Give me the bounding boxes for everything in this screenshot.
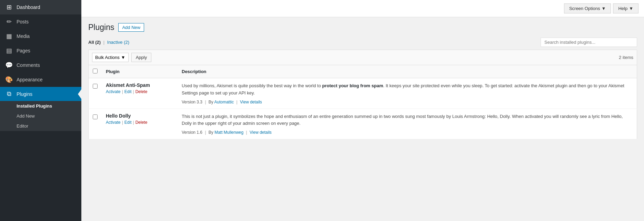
help-chevron-icon: ▼	[629, 6, 633, 11]
table-header-row: Plugin Description	[89, 65, 637, 78]
dashboard-icon: ⊞	[5, 3, 13, 11]
select-all-checkbox[interactable]	[93, 69, 98, 73]
filter-links: All (2) | Inactive (2)	[88, 40, 129, 45]
plugin-checkbox-hello-dolly[interactable]	[93, 114, 98, 119]
sidebar-item-media[interactable]: ▦ Media	[0, 29, 81, 43]
appearance-icon: 🎨	[5, 76, 13, 83]
help-label: Help	[618, 6, 627, 11]
plugin-meta-akismet: Version 3.3 | By Automattic | View detai…	[182, 100, 633, 104]
sidebar-item-add-new[interactable]: Add New	[0, 111, 81, 121]
sidebar-item-label: Appearance	[17, 77, 43, 82]
author-link-akismet[interactable]: Automattic	[214, 100, 234, 104]
sidebar-item-plugins[interactable]: ⧉ Plugins	[0, 87, 81, 101]
plugin-desc-hello-dolly: This is not just a plugin, it symbolizes…	[182, 113, 633, 128]
content-area: Plugins Add New All (2) | Inactive (2)	[81, 17, 644, 221]
col-description-header: Description	[178, 65, 637, 78]
sidebar-item-label: Pages	[17, 48, 30, 53]
items-count: 2 items	[619, 55, 633, 60]
sidebar-item-label: Dashboard	[17, 4, 40, 10]
plugin-actions-hello-dolly: Activate | Edit | Delete	[106, 120, 173, 125]
plugin-name-hello-dolly: Hello Dolly	[106, 113, 173, 119]
sidebar-item-pages[interactable]: ▤ Pages	[0, 43, 81, 58]
apply-button[interactable]: Apply	[131, 53, 152, 62]
activate-link-akismet[interactable]: Activate	[106, 89, 121, 94]
plugin-table: Plugin Description Akismet Anti-Spam Act…	[88, 65, 637, 139]
sidebar-item-label: Comments	[17, 62, 40, 68]
bulk-actions-dropdown[interactable]: Bulk Actions ▼	[92, 53, 129, 62]
author-link-hello-dolly[interactable]: Matt Mullenweg	[214, 130, 243, 135]
sidebar-item-comments[interactable]: 💬 Comments	[0, 58, 81, 72]
filter-inactive[interactable]: Inactive (2)	[107, 40, 129, 45]
plugin-desc-akismet: Used by millions, Akismet is quite possi…	[182, 82, 633, 97]
sidebar-item-label: Media	[17, 33, 30, 39]
plugin-name-akismet: Akismet Anti-Spam	[106, 82, 173, 88]
plugin-checkbox-akismet[interactable]	[93, 84, 98, 89]
plugin-meta-hello-dolly: Version 1.6 | By Matt Mullenweg | View d…	[182, 130, 633, 135]
filter-bar: All (2) | Inactive (2)	[88, 38, 637, 47]
page-header: Plugins Add New	[88, 23, 637, 32]
view-details-link-akismet[interactable]: View details	[240, 100, 262, 104]
help-button[interactable]: Help ▼	[613, 3, 638, 13]
sidebar-item-installed-plugins[interactable]: Installed Plugins	[0, 101, 81, 111]
bulk-actions-chevron-icon: ▼	[121, 55, 125, 60]
edit-link-akismet[interactable]: Edit	[124, 89, 132, 94]
table-row: Hello Dolly Activate | Edit | Delete Thi…	[89, 109, 637, 139]
sidebar-item-appearance[interactable]: 🎨 Appearance	[0, 72, 81, 87]
sidebar-item-editor[interactable]: Editor	[0, 121, 81, 131]
col-checkbox	[89, 65, 102, 78]
topbar: Screen Options ▼ Help ▼	[81, 0, 644, 17]
add-new-button[interactable]: Add New	[118, 23, 144, 32]
delete-link-akismet[interactable]: Delete	[135, 89, 148, 94]
view-details-link-hello-dolly[interactable]: View details	[250, 130, 272, 135]
media-icon: ▦	[5, 32, 13, 40]
comments-icon: 💬	[5, 61, 13, 69]
activate-link-hello-dolly[interactable]: Activate	[106, 120, 121, 125]
page-title: Plugins	[88, 23, 114, 32]
sidebar-item-label: Posts	[17, 19, 29, 24]
main-content: Screen Options ▼ Help ▼ Plugins Add New …	[81, 0, 644, 221]
sidebar-item-label: Plugins	[17, 91, 32, 97]
plugin-actions-akismet: Activate | Edit | Delete	[106, 89, 173, 94]
search-input[interactable]	[541, 38, 637, 47]
delete-link-hello-dolly[interactable]: Delete	[135, 120, 148, 125]
table-row: Akismet Anti-Spam Activate | Edit | Dele…	[89, 78, 637, 109]
toolbar: Bulk Actions ▼ Apply 2 items	[88, 50, 637, 65]
sidebar: ⊞ Dashboard ✏ Posts ▦ Media ▤ Pages 💬 Co…	[0, 0, 81, 221]
screen-options-label: Screen Options	[569, 6, 600, 11]
col-plugin-header: Plugin	[102, 65, 178, 78]
sidebar-item-posts[interactable]: ✏ Posts	[0, 14, 81, 29]
pages-icon: ▤	[5, 47, 13, 54]
filter-sep: |	[103, 40, 106, 45]
plugins-submenu: Installed Plugins Add New Editor	[0, 101, 81, 131]
posts-icon: ✏	[5, 18, 13, 26]
plugins-icon: ⧉	[5, 90, 13, 98]
screen-options-button[interactable]: Screen Options ▼	[564, 3, 611, 13]
toolbar-left: Bulk Actions ▼ Apply	[92, 53, 151, 62]
screen-options-chevron-icon: ▼	[602, 6, 606, 11]
filter-all[interactable]: All (2)	[88, 40, 102, 45]
sidebar-item-dashboard[interactable]: ⊞ Dashboard	[0, 0, 81, 14]
edit-link-hello-dolly[interactable]: Edit	[124, 120, 132, 125]
